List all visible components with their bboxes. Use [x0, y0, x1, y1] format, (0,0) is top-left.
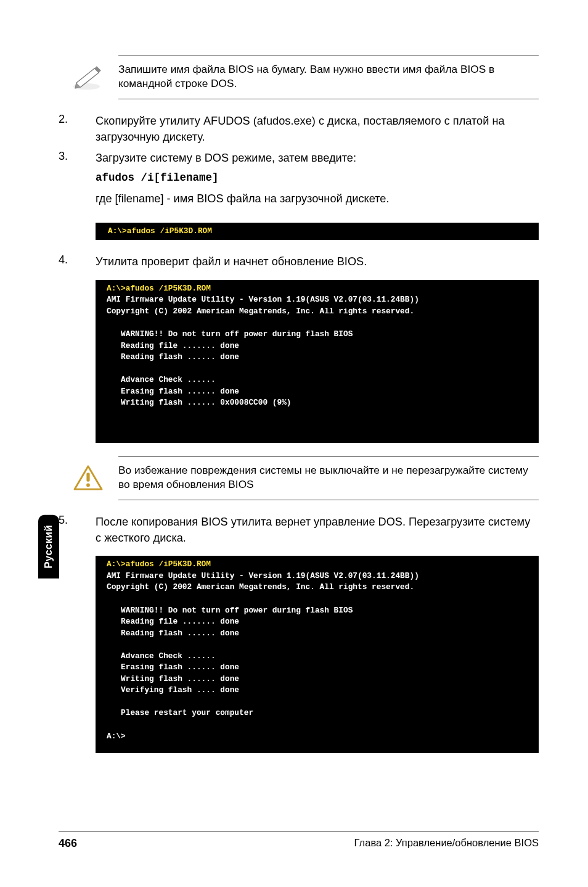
terminal-line: WARNING!! Do not turn off power during f…	[107, 329, 353, 339]
terminal-line: Reading flash ...... done	[107, 629, 239, 638]
step-body: Загрузите систему в DOS режиме, затем вв…	[96, 150, 539, 166]
info-note: Запишите имя файла BIOS на бумагу. Вам н…	[71, 56, 539, 99]
page-number: 466	[59, 837, 77, 850]
note-text: Запишите имя файла BIOS на бумагу. Вам н…	[118, 56, 539, 99]
terminal-line: Copyright (C) 2002 American Megatrends, …	[107, 582, 414, 592]
step-number: 2.	[59, 113, 77, 146]
terminal-output-3: A:\>afudos /iP5K3D.ROM AMI Firmware Upda…	[96, 556, 539, 753]
terminal-line: Reading file ....... done	[107, 341, 239, 350]
svg-point-2	[86, 484, 90, 487]
terminal-prompt: A:\>	[107, 732, 126, 741]
command-example: afudos /i[filename]	[96, 171, 539, 184]
terminal-line: Verifying flash .... done	[107, 685, 239, 695]
step-4: 4. Утилита проверит файл и начнет обновл…	[59, 254, 539, 270]
chapter-title: Глава 2: Управление/обновление BIOS	[354, 837, 539, 850]
step-number: 5.	[59, 514, 77, 547]
language-tab: Русский	[38, 515, 59, 579]
terminal-line: Erasing flash ...... done	[107, 387, 239, 396]
terminal-output-1: A:\>afudos /iP5K3D.ROM	[96, 223, 539, 241]
terminal-line: Advance Check ......	[107, 651, 216, 661]
step-3: 3. Загрузите систему в DOS режиме, затем…	[59, 150, 539, 166]
step-number: 3.	[59, 150, 77, 166]
terminal-line: Copyright (C) 2002 American Megatrends, …	[107, 307, 414, 316]
step-body: Утилита проверит файл и начнет обновлени…	[96, 254, 539, 270]
terminal-line: Erasing flash ...... done	[107, 662, 239, 672]
terminal-line: Writing flash ...... 0x0008CC00 (9%)	[107, 398, 292, 407]
where-clause: где [filename] - имя BIOS файла на загру…	[96, 192, 539, 205]
page-footer: 466 Глава 2: Управление/обновление BIOS	[59, 831, 539, 850]
pencil-icon	[71, 60, 105, 94]
terminal-line: AMI Firmware Update Utility - Version 1.…	[107, 295, 419, 304]
terminal-command: A:\>afudos /iP5K3D.ROM	[107, 284, 211, 293]
terminal-line: Reading file ....... done	[107, 617, 239, 626]
terminal-command: A:\>afudos /iP5K3D.ROM	[107, 559, 211, 569]
step-body: Скопируйте утилиту AFUDOS (afudos.exe) с…	[96, 113, 539, 146]
warning-note: Во избежание повреждения системы не выкл…	[71, 456, 539, 500]
terminal-line: Advance Check ......	[107, 375, 216, 384]
terminal-command: A:\>afudos /iP5K3D.ROM	[108, 226, 212, 236]
terminal-line: AMI Firmware Update Utility - Version 1.…	[107, 571, 419, 580]
terminal-line: WARNING!! Do not turn off power during f…	[107, 606, 353, 615]
svg-rect-1	[86, 473, 89, 482]
terminal-output-2: A:\>afudos /iP5K3D.ROM AMI Firmware Upda…	[96, 280, 539, 443]
warning-icon	[71, 461, 105, 495]
step-5: 5. После копирования BIOS утилита вернет…	[59, 514, 539, 547]
terminal-line: Please restart your computer	[107, 708, 253, 717]
terminal-line: Reading flash ...... done	[107, 352, 239, 361]
warning-text: Во избежание повреждения системы не выкл…	[118, 456, 539, 500]
step-number: 4.	[59, 254, 77, 270]
step-2: 2. Скопируйте утилиту AFUDOS (afudos.exe…	[59, 113, 539, 146]
step-body: После копирования BIOS утилита вернет уп…	[96, 514, 539, 547]
terminal-line: Writing flash ...... done	[107, 674, 239, 683]
